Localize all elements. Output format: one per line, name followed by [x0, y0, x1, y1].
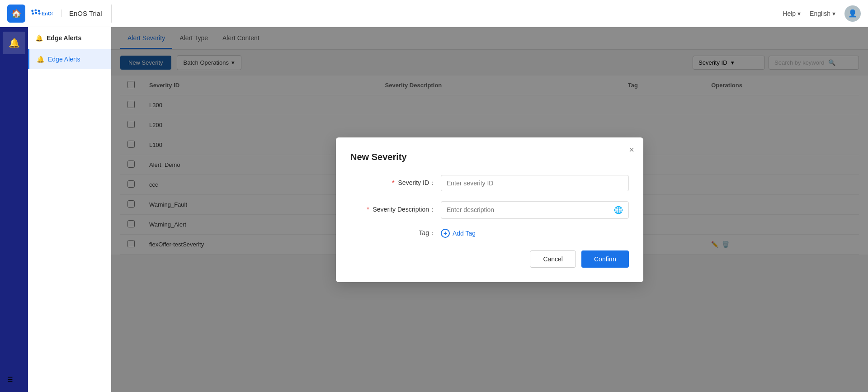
svg-point-4	[35, 12, 38, 14]
layout: 🔔 🔔 Edge Alerts 🔔 Edge Alerts ☰ Alert Se…	[0, 27, 868, 392]
alert-section-icon: 🔔	[35, 34, 43, 42]
modal-close-button[interactable]: ×	[629, 145, 634, 155]
tag-field-row: Tag： + Add Tag	[350, 229, 629, 238]
modal-footer: Cancel Confirm	[350, 250, 629, 268]
severity-id-input[interactable]	[441, 175, 629, 191]
home-icon[interactable]: 🏠	[7, 5, 25, 23]
svg-text:EnOS: EnOS	[42, 10, 52, 16]
sidebar-nav: 🔔 Edge Alerts 🔔 Edge Alerts ☰	[28, 27, 111, 392]
lang-chevron-icon: ▾	[832, 10, 835, 17]
severity-desc-label: * Severity Description：	[350, 206, 441, 214]
severity-id-field-row: * Severity ID：	[350, 175, 629, 191]
new-severity-modal: New Severity × * Severity ID： * Severity…	[336, 137, 643, 282]
severity-desc-input[interactable]	[447, 206, 614, 213]
logo-area: 🏠 EnOS EnOS Trial	[7, 5, 112, 23]
svg-point-5	[38, 12, 41, 14]
severity-id-label: * Severity ID：	[350, 179, 441, 187]
globe-icon[interactable]: 🌐	[614, 206, 623, 214]
svg-point-2	[38, 9, 40, 12]
language-menu[interactable]: English ▾	[810, 10, 835, 17]
sidebar-bottom-icon[interactable]: ☰	[7, 376, 13, 383]
cancel-button[interactable]: Cancel	[530, 250, 576, 268]
required-star: *	[392, 179, 394, 186]
tag-label: Tag：	[350, 229, 441, 237]
modal-title: New Severity	[350, 152, 629, 162]
main-content: Alert Severity Alert Type Alert Content …	[111, 27, 868, 392]
severity-desc-input-container: 🌐	[441, 201, 629, 219]
enos-logo: EnOS	[31, 8, 52, 19]
confirm-button[interactable]: Confirm	[581, 250, 629, 268]
sidebar-section-header: 🔔 Edge Alerts	[28, 27, 111, 49]
sidebar-item-edge-alerts[interactable]: 🔔 Edge Alerts	[28, 49, 111, 69]
svg-point-0	[31, 9, 33, 12]
bell-icon: 🔔	[9, 38, 20, 48]
sidebar-icon-column: 🔔	[0, 27, 28, 392]
required-star-desc: *	[367, 206, 369, 213]
modal-overlay: New Severity × * Severity ID： * Severity…	[111, 27, 868, 392]
avatar[interactable]: 👤	[844, 5, 861, 22]
help-chevron-icon: ▾	[797, 10, 801, 17]
add-tag-button[interactable]: + Add Tag	[441, 229, 476, 238]
severity-desc-field-row: * Severity Description： 🌐	[350, 201, 629, 219]
topbar: 🏠 EnOS EnOS Trial Help ▾ English ▾ 👤	[0, 0, 868, 27]
svg-point-1	[34, 9, 37, 11]
edge-alerts-nav-icon: 🔔	[37, 56, 44, 63]
help-menu[interactable]: Help ▾	[783, 10, 801, 17]
add-tag-plus-icon: +	[441, 229, 450, 238]
trial-label: EnOS Trial	[61, 9, 102, 17]
sidebar-icon-alerts[interactable]: 🔔	[3, 32, 25, 54]
svg-point-3	[32, 12, 34, 14]
topbar-right: Help ▾ English ▾ 👤	[783, 5, 861, 22]
enos-logo-svg: EnOS	[31, 8, 52, 19]
